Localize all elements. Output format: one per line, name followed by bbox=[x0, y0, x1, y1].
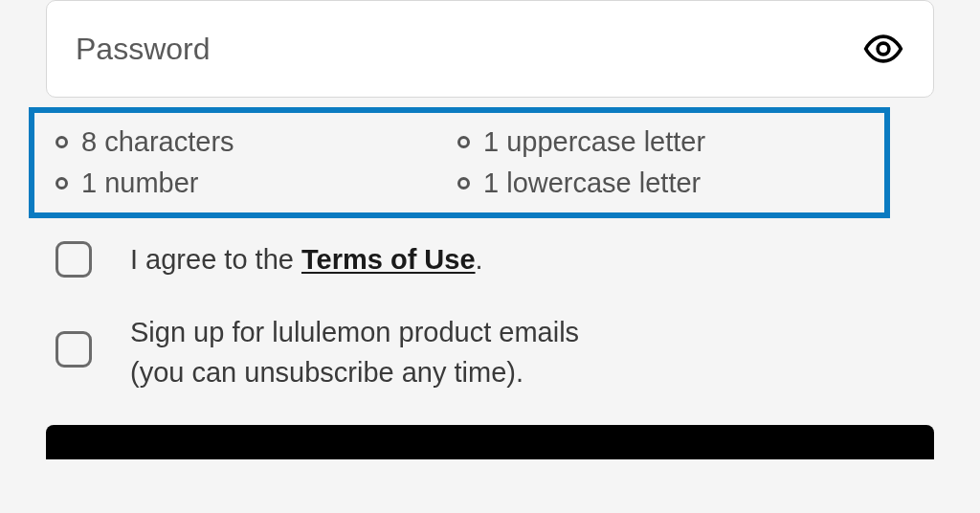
bullet-icon bbox=[457, 136, 470, 148]
newsletter-line1: Sign up for lululemon product emails bbox=[130, 312, 579, 352]
password-requirements: 8 characters 1 uppercase letter 1 number… bbox=[29, 107, 890, 218]
show-password-icon[interactable] bbox=[862, 28, 904, 70]
password-placeholder: Password bbox=[76, 32, 211, 67]
requirement-text: 1 lowercase letter bbox=[483, 167, 701, 199]
bullet-icon bbox=[457, 177, 470, 190]
requirement-item: 8 characters bbox=[56, 126, 457, 158]
requirement-text: 1 uppercase letter bbox=[483, 126, 705, 158]
terms-suffix: . bbox=[476, 244, 483, 275]
password-field[interactable]: Password bbox=[46, 0, 934, 98]
requirement-item: 1 lowercase letter bbox=[457, 167, 863, 199]
submit-button[interactable] bbox=[46, 425, 934, 459]
bullet-icon bbox=[56, 136, 68, 148]
newsletter-line2: (you can unsubscribe any time). bbox=[130, 352, 579, 392]
svg-point-0 bbox=[878, 43, 889, 55]
terms-label: I agree to the Terms of Use. bbox=[130, 239, 483, 279]
terms-of-use-link[interactable]: Terms of Use bbox=[301, 244, 476, 275]
terms-prefix: I agree to the bbox=[130, 244, 301, 275]
requirement-item: 1 number bbox=[56, 167, 457, 199]
terms-checkbox[interactable] bbox=[56, 241, 92, 278]
requirement-text: 1 number bbox=[81, 167, 199, 199]
requirement-text: 8 characters bbox=[81, 126, 234, 158]
newsletter-checkbox[interactable] bbox=[56, 331, 92, 368]
newsletter-row: Sign up for lululemon product emails (yo… bbox=[56, 312, 934, 392]
newsletter-label: Sign up for lululemon product emails (yo… bbox=[130, 312, 579, 392]
terms-row: I agree to the Terms of Use. bbox=[56, 239, 934, 279]
bullet-icon bbox=[56, 177, 68, 190]
requirement-item: 1 uppercase letter bbox=[457, 126, 863, 158]
